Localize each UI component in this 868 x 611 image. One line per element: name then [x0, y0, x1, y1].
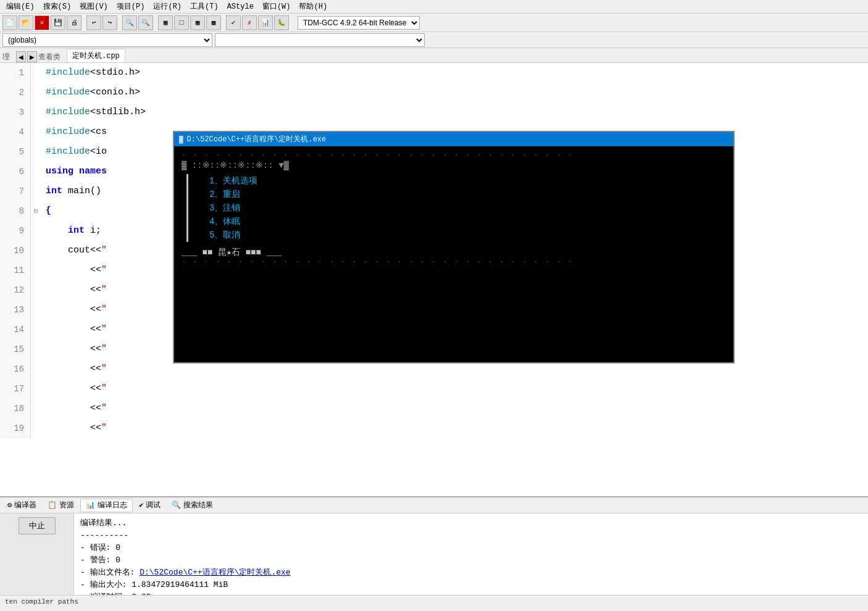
line-number-1: 1: [0, 63, 31, 83]
line-number-5: 5: [0, 142, 31, 162]
scope-dropdown[interactable]: (globals): [2, 33, 212, 47]
bottom-content: 中止 编译结果... ---------- - 错误: 0 - 警告: 0 - …: [0, 513, 868, 595]
console-menu-3: 3、注销: [209, 201, 726, 215]
line-number-17: 17: [0, 379, 31, 399]
toolbar-btn-2[interactable]: 📂: [19, 15, 33, 30]
table-row: 19 <<": [0, 418, 868, 438]
line-number-9: 9: [0, 221, 31, 241]
tab-file[interactable]: 定时关机.cpp: [67, 49, 125, 62]
resources-icon: 📋: [48, 501, 57, 510]
line-content-14[interactable]: <<": [41, 320, 107, 339]
line-number-3: 3: [0, 102, 31, 122]
line-content-5[interactable]: #include<io: [41, 142, 107, 162]
table-row: 1 #include<stdio.h>: [0, 63, 868, 83]
line-number-2: 2: [0, 83, 31, 102]
console-username: ___ ■■ 昆★石 ■■■ ___: [182, 247, 726, 258]
menu-run[interactable]: 运行(R): [149, 0, 185, 13]
line-content-11[interactable]: <<": [41, 260, 107, 280]
status-bar: ten compiler paths: [0, 595, 868, 607]
tab-compiler-label: 编译器: [14, 500, 36, 510]
line-content-15[interactable]: <<": [41, 339, 107, 359]
line-content-6[interactable]: using names: [41, 162, 107, 181]
toolbar-replace[interactable]: 🔍: [138, 15, 153, 30]
tab-search-results[interactable]: 🔍 搜索结果: [167, 499, 218, 512]
compiler-icon: ⚙: [7, 501, 12, 510]
toolbar-btn-a[interactable]: ▦: [158, 15, 173, 30]
toolbar-undo[interactable]: ↩: [86, 15, 101, 30]
line-number-12: 12: [0, 280, 31, 300]
toolbar-btn-c[interactable]: ▦: [190, 15, 205, 30]
line-content-17[interactable]: <<": [41, 379, 107, 399]
table-row: 3 #include<stdlib.h>: [0, 102, 868, 122]
bottom-panel: ⚙ 编译器 📋 资源 📊 编译日志 ✔ 调试 🔍 搜索结果 中止 编译结果...…: [0, 496, 868, 595]
toolbar-btn-3[interactable]: ✕: [35, 15, 49, 30]
menu-window[interactable]: 窗口(W): [259, 0, 294, 13]
toolbar: 📄 📂 ✕ 💾 🖨 ↩ ↪ 🔍 🔍 ▦ □ ▦ ▩ ✔ ✗ 📊 🐛 TDM-GC…: [0, 14, 868, 32]
menu-astyle[interactable]: AStyle: [223, 1, 257, 12]
console-menu-2: 2、重启: [209, 188, 726, 201]
toolbar-btn-5[interactable]: 🖨: [67, 15, 81, 30]
line-content-7[interactable]: int main(): [41, 181, 101, 201]
toolbar-debug[interactable]: 🐛: [274, 15, 289, 30]
stop-button[interactable]: 中止: [19, 517, 56, 534]
line-content-10[interactable]: cout<<": [41, 241, 107, 260]
line-content-13[interactable]: <<": [41, 300, 107, 320]
console-menu-4: 4、休眠: [209, 215, 726, 228]
console-title: D:\52Code\C++语言程序\定时关机.exe: [187, 134, 327, 144]
toolbar-chart[interactable]: 📊: [258, 15, 273, 30]
menu-view[interactable]: 视图(V): [76, 0, 112, 13]
toolbar-btn-d[interactable]: ▩: [206, 15, 221, 30]
line-content-8[interactable]: {: [41, 201, 51, 221]
line-content-12[interactable]: <<": [41, 280, 107, 300]
line-content-9[interactable]: int i;: [41, 221, 101, 241]
toolbar-redo[interactable]: ↪: [102, 15, 117, 30]
toolbar-find[interactable]: 🔍: [122, 15, 137, 30]
console-titlebar: ▓ D:\52Code\C++语言程序\定时关机.exe: [174, 132, 733, 146]
compile-log-icon: 📊: [86, 501, 95, 510]
compile-output-size: - 输出大小: 1.83472919464111 MiB: [80, 579, 862, 591]
symbol-dropdown[interactable]: [215, 33, 425, 47]
tab-prev[interactable]: ◀: [16, 51, 26, 62]
table-row: 17 <<": [0, 379, 868, 399]
toolbar-compile-x[interactable]: ✗: [242, 15, 257, 30]
menu-help[interactable]: 帮助(H): [295, 0, 331, 13]
tab-label-2[interactable]: 查看类: [38, 52, 61, 62]
toolbar-compile-check[interactable]: ✔: [226, 15, 241, 30]
line-number-7: 7: [0, 181, 31, 201]
console-menu-5: 5、取消: [209, 228, 726, 242]
toolbar-btn-1[interactable]: 📄: [2, 15, 17, 30]
search-results-icon: 🔍: [172, 501, 181, 510]
menu-search[interactable]: 搜索(S): [40, 0, 75, 13]
output-file-link[interactable]: D:\52Code\C++语言程序\定时关机.exe: [140, 568, 290, 577]
line-content-3[interactable]: #include<stdlib.h>: [41, 102, 146, 122]
toolbar-btn-b[interactable]: □: [174, 15, 189, 30]
compile-output: 编译结果... ---------- - 错误: 0 - 警告: 0 - 输出文…: [74, 513, 868, 595]
tab-label-1[interactable]: 理: [2, 52, 10, 62]
line-number-16: 16: [0, 359, 31, 379]
menu-tools[interactable]: 工具(T): [186, 0, 222, 13]
line-content-4[interactable]: #include<cs: [41, 122, 107, 142]
line-content-1[interactable]: #include<stdio.h>: [41, 63, 140, 83]
line-content-2[interactable]: #include<conio.h>: [41, 83, 140, 102]
line-number-19: 19: [0, 418, 31, 438]
tab-resources[interactable]: 📋 资源: [43, 499, 79, 512]
tab-next[interactable]: ▶: [27, 51, 37, 62]
line-content-16[interactable]: <<": [41, 359, 107, 379]
menu-edit[interactable]: 编辑(E): [2, 0, 38, 13]
toolbar-btn-4[interactable]: 💾: [51, 15, 65, 30]
compile-time: - 编译时间: 0.83s: [80, 591, 862, 595]
line-content-18[interactable]: <<": [41, 399, 107, 418]
menu-project[interactable]: 项目(P): [113, 0, 149, 13]
tab-debug[interactable]: ✔ 调试: [134, 499, 165, 512]
code-editor[interactable]: 1 #include<stdio.h> 2 #include<conio.h> …: [0, 63, 868, 496]
line-number-15: 15: [0, 339, 31, 359]
table-row: 2 #include<conio.h>: [0, 83, 868, 102]
compile-output-file[interactable]: - 输出文件名: D:\52Code\C++语言程序\定时关机.exe: [80, 567, 862, 579]
console-window[interactable]: ▓ D:\52Code\C++语言程序\定时关机.exe · · · · · ·…: [173, 131, 735, 364]
line-content-19[interactable]: <<": [41, 418, 107, 438]
menu-bar: 编辑(E) 搜索(S) 视图(V) 项目(P) 运行(R) 工具(T) ASty…: [0, 0, 868, 14]
bottom-tab-bar: ⚙ 编译器 📋 资源 📊 编译日志 ✔ 调试 🔍 搜索结果: [0, 497, 868, 513]
compiler-select[interactable]: TDM-GCC 4.9.2 64-bit Release: [298, 16, 420, 30]
tab-compile-log[interactable]: 📊 编译日志: [80, 499, 133, 512]
tab-compiler[interactable]: ⚙ 编译器: [2, 499, 41, 512]
